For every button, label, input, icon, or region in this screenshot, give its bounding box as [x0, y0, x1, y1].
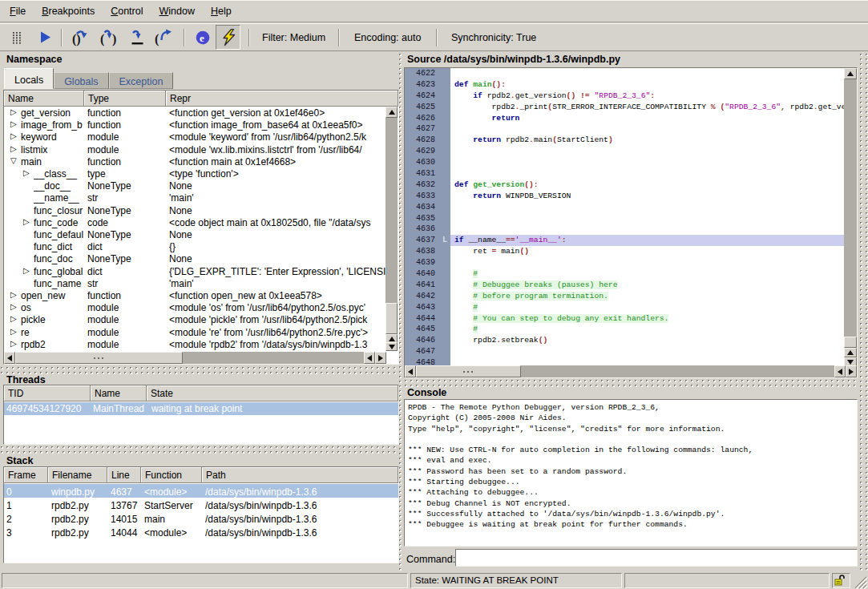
source-vscroll-thumb[interactable] — [844, 337, 857, 348]
stack-row[interactable]: 1rpdb2.py13767StartServer/data/sys/bin/w… — [4, 498, 398, 511]
tree-collapsed-icon[interactable]: ▷ — [10, 314, 17, 323]
code-line — [450, 202, 844, 213]
filter-button[interactable]: Filter: Medium — [262, 24, 325, 50]
source-vscroll-up2-button[interactable] — [844, 348, 857, 357]
tab-exception[interactable]: Exception — [109, 72, 174, 89]
break-button[interactable] — [5, 24, 29, 50]
tree-collapsed-icon[interactable]: ▷ — [10, 339, 17, 348]
namespace-row[interactable]: ▷remodule<module 're' from '/usr/lib64/p… — [4, 326, 398, 338]
stack-row[interactable]: 2rpdb2.py14015main/data/sys/bin/winpdb-1… — [4, 511, 398, 525]
command-input[interactable] — [455, 549, 858, 567]
namespace-row[interactable]: func_docNoneTypeNone — [4, 252, 398, 264]
encoding-mode-button[interactable]: Encoding: auto — [354, 24, 421, 50]
namespace-row[interactable]: ▷func_codecode<code object main at 0x180… — [4, 216, 398, 228]
column-header-state[interactable]: State — [147, 385, 398, 401]
namespace-vscroll-up-button[interactable] — [386, 107, 398, 118]
namespace-hscroll-right-button[interactable] — [375, 352, 386, 364]
go-button[interactable] — [35, 24, 56, 50]
source-hscroll-left-button[interactable] — [405, 365, 416, 377]
console-line: *** eval and exec. — [408, 455, 857, 466]
namespace-cell-type: dict — [87, 265, 166, 277]
thread-row[interactable]: 46974534127920MainThreadwaiting at break… — [4, 402, 398, 415]
source-hscroll-left2-button[interactable] — [834, 365, 846, 377]
encoding-button[interactable]: e — [192, 24, 213, 50]
tree-collapsed-icon[interactable]: ▷ — [10, 290, 17, 299]
column-header-filename[interactable]: Filename — [48, 467, 107, 483]
analyze-button[interactable] — [216, 25, 240, 50]
namespace-row[interactable]: func_closurNoneTypeNone — [4, 204, 398, 216]
namespace-hscroll-left-button[interactable] — [4, 352, 15, 364]
source-hscroll-thumb[interactable] — [416, 365, 521, 377]
column-header-frame[interactable]: Frame — [4, 467, 48, 483]
return-button[interactable]: ( — [152, 24, 176, 50]
menu-window[interactable]: Window — [151, 2, 203, 21]
tree-expanded-icon[interactable]: ▽ — [10, 156, 17, 165]
namespace-row[interactable]: ▽mainfunction<function main at 0x1ef4668… — [4, 155, 398, 167]
threads-stack-splitter[interactable] — [0, 445, 398, 455]
source-vscroll-up-button[interactable] — [844, 68, 857, 79]
source-vscrollbar[interactable] — [844, 68, 857, 366]
namespace-row[interactable]: ▷image_from_bfunction<function image_fro… — [4, 119, 398, 131]
menu-control[interactable]: Control — [103, 2, 151, 21]
namespace-row[interactable]: func_defaulNoneTypeNone — [4, 228, 398, 240]
menu-breakpoints[interactable]: Breakpoints — [34, 2, 103, 21]
stack-row[interactable]: 3rpdb2.py14044<module>/data/sys/bin/winp… — [4, 525, 398, 539]
namespace-row[interactable]: ▷osmodule<module 'os' from '/usr/lib64/p… — [4, 301, 398, 313]
source-console-splitter[interactable] — [404, 378, 859, 388]
goto-button[interactable] — [127, 24, 149, 50]
code-segment: # — [473, 325, 478, 333]
namespace-vscroll-down-button[interactable] — [386, 342, 398, 351]
gutter-line: 4623 — [405, 79, 450, 91]
source-code[interactable]: def main(): if rpdb2.get_version() != "R… — [450, 68, 844, 365]
source-hscroll-right-button[interactable] — [846, 365, 857, 377]
tree-collapsed-icon[interactable]: ▷ — [10, 107, 17, 116]
column-header-line[interactable]: Line — [107, 467, 141, 483]
tree-collapsed-icon[interactable]: ▷ — [10, 302, 17, 311]
tab-globals[interactable]: Globals — [54, 72, 108, 89]
tree-collapsed-icon[interactable]: ▷ — [23, 168, 30, 177]
tree-collapsed-icon[interactable]: ▷ — [10, 131, 17, 140]
menu-help[interactable]: Help — [203, 2, 240, 21]
namespace-row[interactable]: func_namestr'main' — [4, 277, 398, 289]
tree-collapsed-icon[interactable]: ▷ — [10, 119, 17, 128]
synchronicity-button[interactable]: Synchronicity: True — [451, 24, 536, 50]
step-over-button[interactable]: () — [69, 24, 93, 50]
vertical-splitter[interactable] — [398, 52, 404, 571]
resize-grip[interactable] — [852, 574, 867, 589]
namespace-row[interactable]: ▷__class__type<type 'function'> — [4, 167, 398, 180]
stack-row[interactable]: 0winpdb.py4637<module>/data/sys/bin/winp… — [4, 484, 398, 498]
namespace-row[interactable]: ▷rpdb2module<module 'rpdb2' from '/data/… — [4, 338, 398, 350]
tree-collapsed-icon[interactable]: ▷ — [10, 144, 17, 153]
namespace-row[interactable]: ▷get_versionfunction<function get_versio… — [4, 107, 398, 119]
step-into-button[interactable]: ( ) — [97, 24, 121, 50]
code-line: # — [450, 324, 844, 335]
console-line: RPDB - The Remote Python Debugger, versi… — [408, 402, 857, 413]
namespace-row[interactable]: ▷listmixmodule<module 'wx.lib.mixins.lis… — [4, 143, 398, 155]
namespace-row[interactable]: ▷func_globaldict{'DLG_EXPR_TITLE': 'Ente… — [4, 265, 398, 277]
namespace-vscroll-thumb[interactable] — [386, 303, 398, 334]
tree-collapsed-icon[interactable]: ▷ — [23, 266, 30, 275]
column-header-function[interactable]: Function — [141, 467, 202, 483]
column-header-name[interactable]: Name — [91, 385, 147, 401]
tree-collapsed-icon[interactable]: ▷ — [23, 217, 30, 226]
namespace-row[interactable]: ▷keywordmodule<module 'keyword' from '/u… — [4, 131, 398, 143]
menu-file[interactable]: File — [2, 2, 34, 21]
column-header-name[interactable]: Name — [4, 91, 84, 107]
column-header-tid[interactable]: TID — [4, 385, 91, 401]
namespace-row[interactable]: __doc__NoneTypeNone — [4, 180, 398, 192]
gutter-line: 4631 — [405, 168, 450, 180]
namespace-cell-name: func_doc — [34, 252, 84, 264]
tree-collapsed-icon[interactable]: ▷ — [10, 327, 17, 336]
column-header-path[interactable]: Path — [202, 467, 398, 483]
namespace-hscroll-left2-button[interactable] — [364, 352, 375, 364]
namespace-row[interactable]: __name__str'main' — [4, 192, 398, 204]
namespace-row[interactable]: ▷open_newfunction<function open_new at 0… — [4, 289, 398, 301]
tab-locals[interactable]: Locals — [4, 68, 54, 89]
column-header-type[interactable]: Type — [84, 91, 166, 107]
namespace-row[interactable]: ▷picklemodule<module 'pickle' from '/usr… — [4, 313, 398, 325]
namespace-threads-splitter[interactable] — [0, 365, 398, 374]
column-header-repr[interactable]: Repr — [166, 91, 398, 107]
namespace-cell-repr: <function main at 0x1ef4668> — [169, 155, 386, 167]
namespace-hscroll-thumb[interactable] — [15, 352, 183, 364]
namespace-row[interactable]: func_dictdict{} — [4, 240, 398, 252]
